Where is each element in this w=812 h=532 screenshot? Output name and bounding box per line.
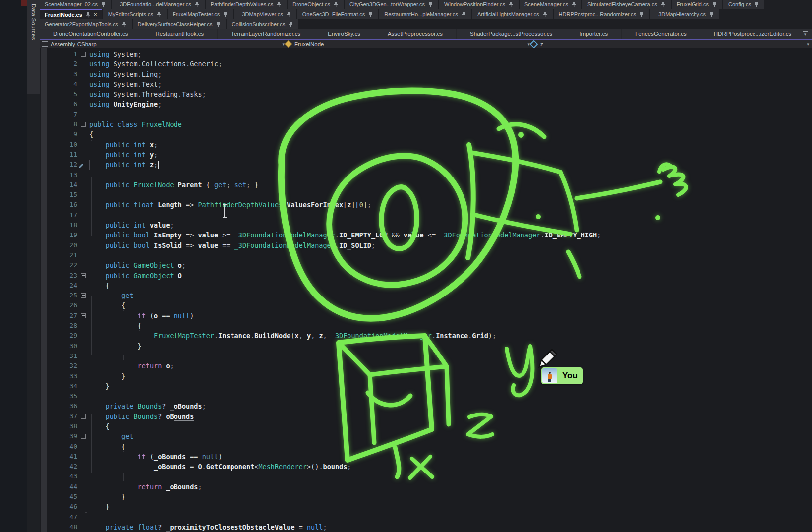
document-tab[interactable]: DroneObject.cs <box>288 0 344 9</box>
document-tab[interactable]: HDRPPostproc...Randomizer.cs <box>554 9 650 19</box>
fold-margin[interactable] <box>77 311 89 321</box>
chevron-down-icon[interactable]: ▾ <box>807 42 809 47</box>
pin-icon[interactable] <box>333 1 339 7</box>
pin-icon[interactable] <box>121 21 127 27</box>
fold-margin[interactable] <box>77 140 89 150</box>
document-tab[interactable]: ArtificialLightsManager.cs <box>472 9 553 19</box>
fold-margin[interactable] <box>77 442 89 452</box>
document-tab[interactable]: SimulatedFisheyeCamera.cs <box>582 0 671 9</box>
fold-margin[interactable] <box>77 160 89 170</box>
document-tab[interactable]: FruxelMapTester.cs <box>168 9 233 19</box>
fold-margin[interactable] <box>77 220 89 230</box>
document-tab[interactable]: MyEditorScripts.cs <box>103 9 167 19</box>
pin-icon[interactable] <box>428 1 433 7</box>
data-sources-vertical-tab[interactable]: Data Sources <box>27 0 40 94</box>
member-dropdown[interactable]: z ▾ <box>530 40 812 48</box>
fold-margin[interactable] <box>77 361 89 371</box>
document-tab[interactable]: WindowPositionFinder.cs <box>439 0 519 9</box>
fold-margin[interactable] <box>77 391 89 401</box>
document-tab[interactable]: DroneOrientationController.cs <box>40 29 142 39</box>
fold-margin[interactable] <box>77 462 89 472</box>
pin-icon[interactable] <box>194 1 200 7</box>
fold-margin[interactable] <box>77 492 89 502</box>
fold-margin[interactable] <box>77 401 89 411</box>
document-tab[interactable]: RestaurantHook.cs <box>142 29 218 39</box>
fold-margin[interactable] <box>77 230 89 240</box>
document-tab[interactable]: PathfinderDepthValues.cs <box>206 0 287 9</box>
fold-margin[interactable] <box>77 49 89 59</box>
pin-icon[interactable] <box>85 12 91 18</box>
fold-margin[interactable] <box>77 341 89 351</box>
document-tab[interactable]: Importer.cs <box>566 29 621 39</box>
pin-icon[interactable] <box>712 1 717 7</box>
document-tab[interactable]: _3DMapHierarchy.cs <box>650 9 719 19</box>
fold-margin[interactable] <box>77 69 89 79</box>
fold-margin[interactable] <box>77 351 89 361</box>
pin-icon[interactable] <box>286 11 291 17</box>
fold-margin[interactable] <box>77 472 89 481</box>
pin-icon[interactable] <box>156 11 162 17</box>
pin-icon[interactable] <box>288 21 293 27</box>
fold-margin[interactable] <box>77 512 89 522</box>
fold-margin[interactable] <box>77 502 89 512</box>
tab-overflow-icon[interactable]: ▾ <box>801 30 809 37</box>
document-tab[interactable]: _3DFoundatio...delManager.cs <box>112 0 205 9</box>
fold-margin[interactable] <box>77 371 89 381</box>
fold-margin[interactable] <box>77 281 89 291</box>
pin-icon[interactable] <box>508 1 514 7</box>
fold-margin[interactable] <box>77 452 89 462</box>
fold-margin[interactable] <box>77 240 89 250</box>
fold-margin[interactable] <box>77 150 89 160</box>
document-tab[interactable]: TerrainLayerRandomizer.cs <box>218 29 314 39</box>
fold-margin[interactable] <box>77 59 89 69</box>
fold-margin[interactable] <box>77 271 89 281</box>
fold-margin[interactable] <box>77 412 89 421</box>
fold-margin[interactable] <box>77 190 89 200</box>
fold-margin[interactable] <box>77 89 89 99</box>
project-dropdown[interactable]: Assembly-CSharp ▾ <box>40 40 285 48</box>
fold-margin[interactable] <box>77 522 89 532</box>
pin-icon[interactable] <box>368 11 373 17</box>
pin-icon[interactable] <box>639 11 644 17</box>
pin-icon[interactable] <box>754 1 759 7</box>
fold-margin[interactable] <box>77 110 89 119</box>
document-tab[interactable]: DeliverySurfaceClassHelper.cs <box>133 19 226 29</box>
document-tab[interactable]: HDRPPostproce...izerEditor.cs <box>700 29 805 39</box>
pin-icon[interactable] <box>660 1 666 7</box>
fold-margin[interactable] <box>77 250 89 260</box>
fold-margin[interactable] <box>77 431 89 441</box>
document-tab[interactable]: ShaderPackage...stProcessor.cs <box>457 29 566 39</box>
fold-margin[interactable] <box>77 300 89 310</box>
fold-margin[interactable] <box>77 482 89 492</box>
document-tab[interactable]: SceneManager.cs <box>520 0 581 9</box>
type-dropdown[interactable]: FruxelNode ▾ <box>285 40 530 48</box>
code-editor[interactable]: 1 using System; 2 using System.Collectio… <box>40 48 812 532</box>
fold-margin[interactable] <box>77 210 89 220</box>
fold-margin[interactable] <box>77 79 89 89</box>
document-tab[interactable]: CollisionSubscriber.cs <box>227 19 299 29</box>
document-tab[interactable]: RestaurantHo...pleManager.cs <box>379 9 471 19</box>
pin-icon[interactable] <box>461 11 466 17</box>
document-tab[interactable]: CityGen3DGen...torWrapper.cs <box>345 0 438 9</box>
document-tab[interactable]: OneSec3D_FileFormat.cs <box>297 9 379 19</box>
fold-margin[interactable] <box>77 260 89 270</box>
document-tab[interactable]: EnviroSky.cs <box>314 29 374 39</box>
document-tab[interactable]: FruxelGrid.cs <box>672 0 722 9</box>
fold-margin[interactable] <box>77 180 89 190</box>
document-tab[interactable]: AssetPreprocessor.cs <box>374 29 456 39</box>
fold-margin[interactable] <box>77 381 89 391</box>
pin-icon[interactable] <box>276 1 282 7</box>
pin-icon[interactable] <box>216 21 221 27</box>
fold-margin[interactable] <box>77 200 89 210</box>
document-tab[interactable]: Config.cs <box>723 0 764 9</box>
pin-icon[interactable] <box>709 11 714 17</box>
pin-icon[interactable] <box>542 11 548 17</box>
fold-margin[interactable] <box>77 421 89 431</box>
document-tab[interactable]: _3DMapViewer.cs <box>234 9 296 19</box>
fold-margin[interactable] <box>77 99 89 109</box>
pin-icon[interactable] <box>101 1 106 7</box>
document-tab[interactable]: FruxelNode.cs × <box>40 9 102 19</box>
fold-margin[interactable] <box>77 331 89 341</box>
document-tab[interactable]: Generator2ExportMapTools.cs <box>40 19 132 29</box>
pin-icon[interactable] <box>223 11 228 17</box>
